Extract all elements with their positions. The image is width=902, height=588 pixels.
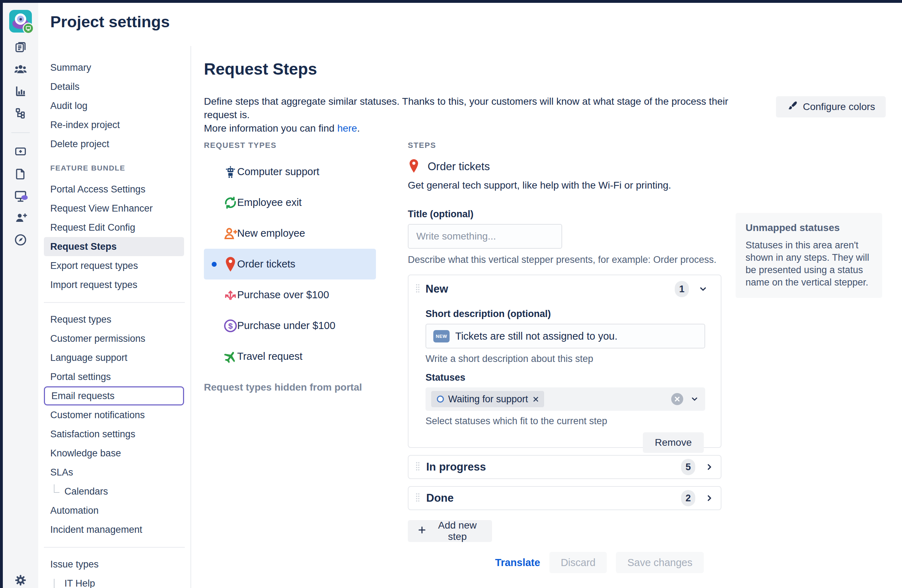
step-card-header[interactable]: New 1: [426, 275, 704, 301]
status-count-badge: 5: [681, 459, 695, 475]
sidebar-item-summary[interactable]: Summary: [44, 58, 184, 77]
sidebar-divider: [44, 302, 185, 303]
document-icon[interactable]: [13, 167, 28, 181]
sidebar-item-calendars[interactable]: Calendars: [44, 482, 184, 501]
translate-button[interactable]: Translate: [495, 557, 540, 569]
unmapped-statuses-card: Unmapped statuses Statuses in this area …: [736, 213, 882, 298]
sidebar-item-slas[interactable]: SLAs: [44, 463, 184, 482]
here-link[interactable]: here: [337, 123, 357, 134]
description-line-1: Define steps that aggregate similar stat…: [204, 95, 756, 122]
status-chip-waiting-for-support: Waiting for support: [431, 391, 544, 407]
request-type-new-employee[interactable]: New employee: [204, 218, 376, 249]
hidden-request-types-section[interactable]: Request types hidden from portal: [204, 382, 376, 393]
request-type-employee-exit[interactable]: Employee exit: [204, 187, 376, 218]
sidebar-item-issue-types[interactable]: Issue types: [44, 555, 184, 574]
sidebar-item-customer-permissions[interactable]: Customer permissions: [44, 329, 184, 348]
sidebar-item-import-request-types[interactable]: Import request types: [44, 275, 184, 294]
plane-icon: [223, 349, 238, 364]
sidebar-item-reindex-project[interactable]: Re-index project: [44, 115, 184, 134]
unmapped-statuses-title: Unmapped statuses: [745, 222, 872, 233]
step-card-done[interactable]: Done 2: [408, 486, 722, 510]
chevron-right-icon[interactable]: [702, 460, 717, 474]
svg-text:$: $: [228, 321, 233, 330]
sidebar-item-request-edit-config[interactable]: Request Edit Config: [44, 218, 184, 237]
request-type-purchase-over-100[interactable]: Purchase over $100: [204, 280, 376, 310]
add-new-step-label: Add new step: [432, 520, 483, 543]
drag-handle-icon[interactable]: [415, 283, 421, 296]
settings-gear-icon[interactable]: [13, 573, 28, 587]
sidebar-divider: [44, 547, 185, 548]
request-types-heading: REQUEST TYPES: [204, 141, 376, 150]
sidebar-item-language-support[interactable]: Language support: [44, 348, 184, 367]
sidebar-item-portal-settings[interactable]: Portal settings: [44, 367, 184, 386]
sidebar-item-customer-notifications[interactable]: Customer notifications: [44, 405, 184, 425]
request-type-travel-request[interactable]: Travel request: [204, 341, 376, 372]
status-count-badge: 2: [681, 490, 695, 506]
hierarchy-icon[interactable]: [13, 106, 28, 120]
status-category-icon: [437, 396, 444, 403]
sidebar-item-export-request-types[interactable]: Export request types: [44, 256, 184, 275]
sidebar-item-label: IT Help: [64, 578, 95, 588]
sidebar-item-knowledge-base[interactable]: Knowledge base: [44, 444, 184, 463]
add-new-step-button[interactable]: Add new step: [408, 520, 492, 542]
short-description-helper: Write a short description about this ste…: [426, 353, 704, 364]
drag-handle-icon[interactable]: [415, 492, 421, 505]
sidebar-item-delete-project[interactable]: Delete project: [44, 134, 184, 153]
statuses-select[interactable]: Waiting for support: [426, 388, 705, 411]
sidebar-item-email-requests[interactable]: Email requests: [44, 386, 184, 405]
steps-panel: STEPS Order tickets Get general tech sup…: [408, 141, 722, 573]
select-chevron-down-icon[interactable]: [690, 394, 700, 404]
request-type-label: Travel request: [237, 350, 302, 362]
sidebar-item-automation[interactable]: Automation: [44, 501, 184, 520]
more-info-suffix: .: [357, 123, 360, 134]
selected-request-type-name: Order tickets: [428, 160, 490, 173]
settings-sidebar: Summary Details Audit log Re-index proje…: [38, 58, 191, 588]
sidebar-item-label: Calendars: [64, 486, 108, 497]
sidebar-item-incident-management[interactable]: Incident management: [44, 520, 184, 539]
invite-user-icon[interactable]: [13, 211, 28, 225]
short-description-label: Short description (optional): [426, 308, 704, 319]
title-field-label: Title (optional): [408, 209, 722, 220]
drag-handle-icon[interactable]: [415, 461, 421, 473]
sidebar-item-request-types[interactable]: Request types: [44, 310, 184, 329]
project-avatar[interactable]: [9, 10, 32, 33]
queues-icon[interactable]: [13, 40, 28, 55]
reports-icon[interactable]: [13, 84, 28, 99]
robot-icon: [223, 164, 238, 179]
form-footer: Translate Discard Save changes: [408, 552, 722, 573]
title-helper-text: Describe what this vertical stepper pres…: [408, 254, 722, 265]
save-changes-button[interactable]: Save changes: [616, 552, 704, 573]
sidebar-item-request-view-enhancer[interactable]: Request View Enhancer: [44, 199, 184, 218]
short-description-input[interactable]: NEW Tickets are still not assigned to yo…: [426, 324, 705, 349]
map-pin-icon: [408, 158, 420, 175]
remove-chip-icon[interactable]: [533, 397, 539, 402]
unmapped-statuses-body: Statuses in this area aren't shown in an…: [745, 239, 872, 289]
card-add-icon[interactable]: [13, 144, 28, 158]
step-name: New: [426, 283, 675, 296]
discard-button[interactable]: Discard: [550, 552, 607, 573]
clear-select-icon[interactable]: [671, 393, 683, 405]
customers-icon[interactable]: [13, 62, 28, 77]
compass-icon[interactable]: [13, 233, 28, 247]
request-type-order-tickets[interactable]: Order tickets: [204, 249, 376, 280]
title-input[interactable]: [408, 224, 562, 249]
request-type-computer-support[interactable]: Computer support: [204, 156, 376, 187]
sidebar-item-request-steps[interactable]: Request Steps: [44, 237, 184, 256]
chevron-right-icon[interactable]: [702, 491, 717, 505]
sidebar-item-portal-access-settings[interactable]: Portal Access Settings: [44, 180, 184, 199]
monitor-icon-active[interactable]: [13, 189, 28, 203]
sidebar-item-it-help[interactable]: IT Help: [44, 574, 184, 588]
step-card-in-progress[interactable]: In progress 5: [408, 455, 722, 479]
request-type-purchase-under-100[interactable]: $ Purchase under $100: [204, 310, 376, 341]
branch-arrows-icon: [223, 288, 238, 302]
request-type-label: Purchase over $100: [237, 289, 329, 301]
chevron-down-icon[interactable]: [696, 282, 710, 296]
sidebar-item-details[interactable]: Details: [44, 77, 184, 96]
remove-step-button[interactable]: Remove: [643, 432, 704, 453]
sidebar-item-audit-log[interactable]: Audit log: [44, 96, 184, 115]
request-type-label: New employee: [237, 227, 305, 239]
paintbrush-icon: [786, 100, 798, 114]
sidebar-item-satisfaction-settings[interactable]: Satisfaction settings: [44, 425, 184, 444]
window-left-edge: [0, 0, 3, 588]
configure-colors-button[interactable]: Configure colors: [776, 96, 886, 117]
